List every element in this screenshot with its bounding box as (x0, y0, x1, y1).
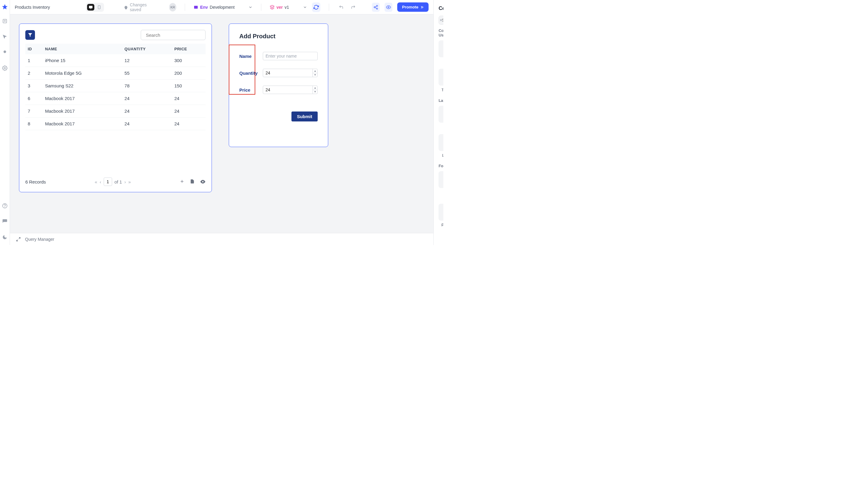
component-password-input[interactable]: ••|Password Input (438, 204, 443, 232)
password-input-icon: ••| (438, 204, 443, 221)
cell-name: Motorola Edge 5G (42, 67, 122, 80)
component-table[interactable]: Table (438, 40, 443, 64)
form-component[interactable]: Add Product Name Enter your name Quantit… (229, 24, 328, 147)
table-row[interactable]: 8Macbook 20172424 (25, 118, 206, 130)
cell-name: Macbook 2017 (42, 92, 122, 105)
modal-icon (438, 106, 443, 123)
cell-id: 8 (25, 118, 42, 130)
filter-button[interactable] (25, 30, 35, 40)
cell-price: 24 (172, 92, 206, 105)
comment-icon[interactable] (0, 217, 10, 226)
undo-button[interactable] (338, 3, 345, 11)
env-selector[interactable]: Env Development (193, 5, 253, 10)
redo-button[interactable] (350, 3, 357, 11)
page-prev-button[interactable]: ‹ (100, 179, 101, 184)
svg-point-12 (374, 7, 375, 8)
quantity-field[interactable]: 24 ▲▼ (263, 69, 318, 77)
table-component[interactable]: ID NAME QUANTITY PRICE 1iPhone 15123002M… (19, 24, 212, 192)
table-row[interactable]: 3Samsung S2278150 (25, 80, 206, 92)
name-label: Name (239, 54, 260, 59)
quantity-value: 24 (266, 70, 270, 75)
cell-price: 200 (172, 67, 206, 80)
promote-button[interactable]: Promote (397, 2, 429, 12)
desktop-device-button[interactable] (87, 4, 94, 10)
download-button[interactable] (190, 179, 195, 184)
page-current-input[interactable] (104, 178, 112, 186)
preview-button[interactable] (384, 3, 393, 12)
cell-qty: 12 (122, 54, 172, 67)
visibility-button[interactable] (200, 179, 206, 184)
version-selector[interactable]: ver v1 (270, 5, 307, 10)
svg-point-16 (388, 7, 389, 8)
debug-icon[interactable] (0, 48, 10, 57)
svg-line-23 (19, 238, 20, 239)
price-label: Price (239, 87, 260, 93)
cell-id: 6 (25, 92, 42, 105)
cell-qty: 24 (122, 92, 172, 105)
component-text-input[interactable]: TText Input (438, 69, 443, 92)
step-down-icon[interactable]: ▼ (313, 73, 317, 77)
inspector-icon[interactable] (0, 32, 10, 41)
cell-qty: 78 (122, 80, 172, 92)
table-row[interactable]: 6Macbook 20172424 (25, 92, 206, 105)
component-label: List View (442, 153, 443, 158)
step-up-icon[interactable]: ▲ (313, 69, 317, 73)
expand-icon[interactable] (16, 237, 21, 242)
help-icon[interactable] (0, 201, 10, 211)
component-form[interactable]: Form (438, 171, 443, 199)
component-label: Password Input (438, 223, 443, 232)
mobile-device-button[interactable] (96, 4, 103, 10)
table-row[interactable]: 7Macbook 20172424 (25, 105, 206, 118)
page-first-button[interactable]: « (95, 179, 97, 184)
step-up-icon[interactable]: ▲ (313, 86, 317, 90)
query-manager-label[interactable]: Query Manager (25, 237, 54, 242)
col-price[interactable]: PRICE (172, 44, 206, 54)
user-avatar[interactable]: KR (169, 3, 176, 11)
quantity-label: Quantity (239, 70, 260, 75)
data-table: ID NAME QUANTITY PRICE 1iPhone 15123002M… (25, 44, 206, 130)
refresh-button[interactable] (312, 2, 320, 12)
records-count: 6 Records (25, 179, 46, 184)
theme-icon[interactable] (0, 232, 10, 242)
table-row[interactable]: 1iPhone 1512300 (25, 54, 206, 67)
price-field[interactable]: 24 ▲▼ (263, 86, 318, 94)
col-name[interactable]: NAME (42, 44, 122, 54)
svg-marker-17 (28, 33, 32, 37)
table-search[interactable] (141, 30, 206, 40)
env-prefix: Env (200, 5, 208, 10)
svg-point-11 (376, 5, 378, 6)
device-toggle (86, 3, 104, 12)
logo-icon (1, 4, 8, 10)
components-panel: Components ✕ Commonly Used TableButtonFo… (433, 0, 443, 245)
component-list-view[interactable]: List View (438, 134, 443, 158)
add-row-button[interactable] (180, 179, 184, 184)
col-quantity[interactable]: QUANTITY (122, 44, 172, 54)
ver-prefix: ver (276, 5, 283, 10)
pages-icon[interactable] (0, 16, 10, 26)
svg-point-5 (5, 207, 5, 207)
page-next-button[interactable]: › (124, 179, 126, 184)
chevron-down-icon (248, 5, 253, 9)
save-status-text: Changes saved (130, 2, 155, 12)
svg-line-24 (17, 240, 18, 241)
table-row[interactable]: 2Motorola Edge 5G55200 (25, 67, 206, 80)
svg-rect-7 (90, 8, 92, 9)
submit-button[interactable]: Submit (291, 112, 318, 121)
cell-name: iPhone 15 (42, 54, 122, 67)
name-placeholder: Enter your name (266, 54, 297, 58)
component-modal[interactable]: Modal (438, 106, 443, 129)
svg-line-15 (375, 6, 377, 7)
cell-price: 150 (172, 80, 206, 92)
step-down-icon[interactable]: ▼ (313, 90, 317, 94)
page-last-button[interactable]: » (128, 179, 131, 184)
share-button[interactable] (372, 3, 380, 12)
col-id[interactable]: ID (25, 44, 42, 54)
table-search-input[interactable] (146, 33, 203, 38)
chevron-down-icon (303, 5, 307, 9)
clear-search-button[interactable]: ✕ (439, 18, 442, 22)
component-search[interactable]: ✕ (438, 16, 443, 25)
cell-name: Samsung S22 (42, 80, 122, 92)
settings-icon[interactable] (0, 63, 10, 73)
name-field[interactable]: Enter your name (263, 52, 318, 60)
cell-price: 24 (172, 105, 206, 118)
